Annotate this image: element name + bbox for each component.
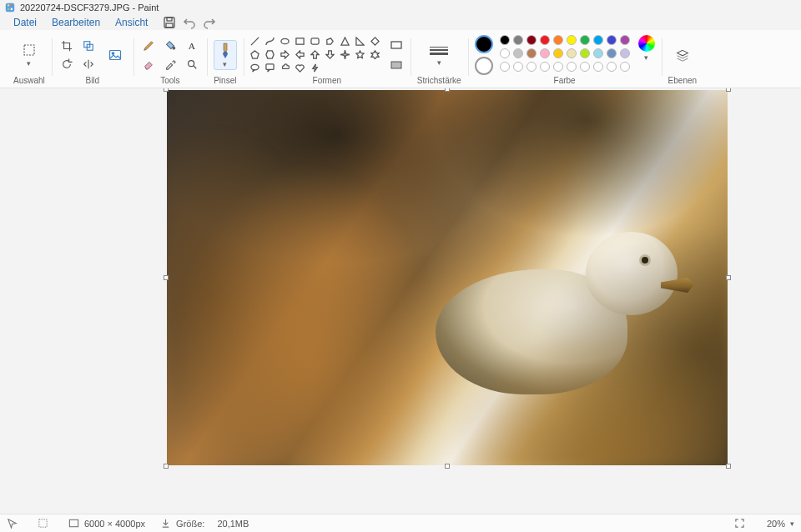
color-swatch[interactable]	[540, 35, 550, 45]
resize-handle[interactable]	[726, 88, 731, 92]
select-tool[interactable]: ▾	[18, 43, 41, 68]
color-swatch[interactable]	[620, 35, 630, 45]
shape-diamond-icon[interactable]	[370, 36, 380, 46]
menu-view[interactable]: Ansicht	[108, 15, 154, 30]
color-swatch[interactable]	[567, 35, 577, 45]
color-swatch[interactable]	[620, 62, 630, 72]
shape-arrow-left-icon[interactable]	[295, 49, 305, 59]
menu-file[interactable]: Datei	[7, 15, 43, 30]
color-swatch[interactable]	[593, 35, 603, 45]
pencil-icon[interactable]	[141, 38, 156, 53]
svg-point-19	[251, 64, 259, 69]
shape-line-icon[interactable]	[250, 36, 260, 46]
shape-polygon-icon[interactable]	[325, 36, 335, 46]
color-wheel-icon[interactable]	[638, 35, 655, 52]
text-icon[interactable]: A	[184, 38, 199, 53]
shape-triangle-icon[interactable]	[340, 36, 350, 46]
color-swatch[interactable]	[607, 62, 617, 72]
color-swatch[interactable]	[526, 35, 537, 45]
magnify-icon[interactable]	[184, 57, 199, 72]
cursor-position	[7, 518, 23, 529]
color-primary[interactable]	[475, 35, 493, 53]
color-swatch[interactable]	[513, 48, 523, 58]
stroke-width-picker[interactable]: ▾	[430, 43, 448, 67]
color-swatch[interactable]	[540, 48, 550, 58]
zoom-control[interactable]: 20% ▾	[760, 519, 794, 529]
color-swatch[interactable]	[593, 62, 603, 72]
svg-rect-11	[109, 50, 120, 59]
color-swatch[interactable]	[607, 48, 617, 58]
resize-handle[interactable]	[164, 88, 169, 92]
shape-rect-icon[interactable]	[295, 36, 305, 46]
shape-callout-cloud-icon[interactable]	[280, 63, 290, 73]
resize-handle[interactable]	[445, 88, 450, 92]
color-swatch[interactable]	[567, 48, 577, 58]
crop-icon[interactable]	[59, 38, 74, 53]
shape-curve-icon[interactable]	[265, 36, 275, 46]
menu-edit[interactable]: Bearbeiten	[45, 15, 107, 30]
eraser-icon[interactable]	[141, 57, 156, 72]
shapes-gallery[interactable]	[250, 36, 382, 73]
shape-roundrect-icon[interactable]	[310, 36, 320, 46]
shape-oval-icon[interactable]	[280, 36, 290, 46]
shape-arrow-up-icon[interactable]	[310, 49, 320, 59]
shape-fill-icon[interactable]	[389, 58, 404, 73]
color-swatch[interactable]	[553, 62, 563, 72]
flip-icon[interactable]	[81, 57, 96, 72]
color-secondary[interactable]	[475, 57, 493, 75]
file-size: Größe: 20,1MB	[160, 518, 249, 529]
shape-arrow-down-icon[interactable]	[325, 49, 335, 59]
color-swatch[interactable]	[500, 62, 510, 72]
fill-icon[interactable]	[163, 38, 178, 53]
shape-5star-icon[interactable]	[355, 49, 365, 59]
shape-arrow-right-icon[interactable]	[280, 49, 290, 59]
color-swatch[interactable]	[567, 62, 577, 72]
section-label-image: Bild	[85, 76, 99, 86]
shape-callout-round-icon[interactable]	[250, 63, 260, 73]
color-swatch[interactable]	[553, 48, 563, 58]
shape-outline-icon[interactable]	[389, 38, 404, 53]
color-swatch[interactable]	[553, 35, 563, 45]
section-label-color: Farbe	[554, 76, 576, 86]
fit-screen-icon[interactable]	[734, 518, 745, 529]
shape-4star-icon[interactable]	[340, 49, 350, 59]
shape-hexagon-icon[interactable]	[265, 49, 275, 59]
eyedropper-icon[interactable]	[163, 57, 178, 72]
color-swatch[interactable]	[593, 48, 603, 58]
section-label-brushes: Pinsel	[214, 76, 236, 86]
shape-pentagon-icon[interactable]	[250, 49, 260, 59]
color-swatch[interactable]	[500, 48, 510, 58]
resize-handle[interactable]	[164, 464, 169, 469]
layers-icon[interactable]	[674, 47, 691, 63]
shape-lightning-icon[interactable]	[310, 63, 320, 73]
rotate-icon[interactable]	[59, 57, 74, 72]
color-swatch[interactable]	[500, 35, 510, 45]
color-swatch[interactable]	[580, 62, 590, 72]
save-icon[interactable]	[163, 16, 176, 29]
brush-tool[interactable]: ▾	[214, 40, 237, 70]
color-swatch[interactable]	[620, 48, 630, 58]
redo-icon[interactable]	[203, 16, 216, 29]
resize-handle[interactable]	[726, 275, 731, 280]
color-swatch[interactable]	[513, 35, 523, 45]
svg-point-16	[281, 38, 289, 43]
resize-handle[interactable]	[445, 464, 450, 469]
color-swatch[interactable]	[580, 35, 590, 45]
color-swatch[interactable]	[540, 62, 550, 72]
canvas-selection[interactable]	[167, 90, 728, 465]
color-swatch[interactable]	[513, 62, 523, 72]
color-swatch[interactable]	[607, 35, 617, 45]
shape-6star-icon[interactable]	[370, 49, 380, 59]
color-swatch[interactable]	[526, 62, 537, 72]
color-swatch[interactable]	[526, 48, 537, 58]
undo-icon[interactable]	[183, 16, 196, 29]
resize-icon[interactable]	[81, 38, 96, 53]
shape-callout-rect-icon[interactable]	[265, 63, 275, 73]
resize-handle[interactable]	[164, 275, 169, 280]
image-properties[interactable]	[103, 48, 127, 63]
shape-right-triangle-icon[interactable]	[355, 36, 365, 46]
shape-heart-icon[interactable]	[295, 63, 305, 73]
resize-handle[interactable]	[726, 464, 731, 469]
color-swatch[interactable]	[580, 48, 590, 58]
workspace[interactable]	[0, 88, 801, 514]
